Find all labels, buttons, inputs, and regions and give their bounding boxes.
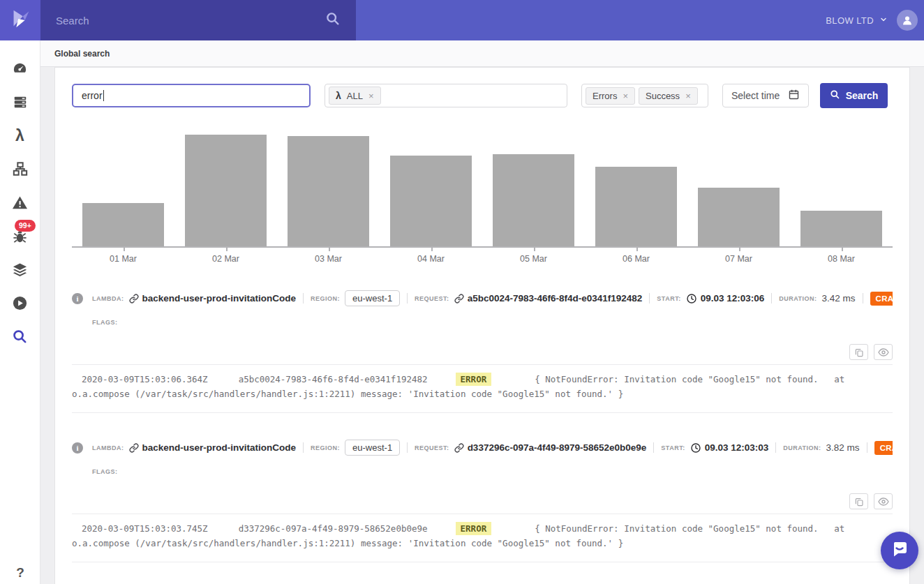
status-tag-label: Success (646, 91, 680, 101)
status-tag[interactable]: Success× (639, 87, 698, 105)
sidebar-item-dashboard[interactable] (12, 60, 29, 77)
request-id-link[interactable]: d337296c-097a-4f49-8979-58652e0b0e9e (468, 442, 647, 453)
log-message-continued: o.a.compose (/var/task/src/handlers/hand… (72, 536, 893, 551)
x-axis-tick-label: 01 Mar (72, 248, 174, 264)
info-icon[interactable]: i (72, 442, 83, 454)
histogram-bar-slot (687, 129, 790, 246)
sidebar-item-resources[interactable] (12, 93, 29, 110)
sidebar: λ 99+ ? (0, 40, 40, 584)
log-message-continued: o.a.compose (/var/task/src/handlers/hand… (72, 387, 893, 401)
region-tag: eu-west-1 (345, 440, 400, 456)
info-icon[interactable]: i (72, 293, 83, 304)
copy-button[interactable] (849, 344, 868, 360)
histogram-bar[interactable] (698, 188, 779, 246)
view-button[interactable] (874, 344, 893, 360)
view-button[interactable] (874, 493, 893, 509)
clock-icon (686, 293, 697, 304)
search-icon[interactable] (325, 11, 341, 29)
request-label: REQUEST: (415, 295, 449, 302)
histogram-bar[interactable] (800, 211, 881, 246)
calendar-icon (788, 89, 800, 103)
lambda-name-link[interactable]: backend-user-prod-invitationCode (142, 293, 297, 304)
org-switcher[interactable]: BLOW LTD (826, 15, 888, 26)
filter-row: error λ ALL × Errors×Success× Select tim… (72, 83, 893, 108)
histogram-bar-slot (585, 129, 687, 246)
start-label: START: (661, 444, 685, 451)
sidebar-item-stacks[interactable] (12, 261, 29, 278)
sidebar-item-lambda[interactable]: λ (12, 127, 29, 144)
histogram-bar[interactable] (390, 156, 471, 246)
log-actions (72, 344, 893, 360)
org-name: BLOW LTD (826, 15, 874, 26)
lambda-filter-tag[interactable]: λ ALL × (329, 87, 381, 105)
search-card: error λ ALL × Errors×Success× Select tim… (54, 67, 910, 584)
search-button-label: Search (846, 90, 879, 101)
remove-tag-icon[interactable]: × (623, 91, 628, 101)
chat-launcher[interactable] (881, 532, 918, 569)
link-icon (454, 443, 464, 453)
help-icon[interactable]: ? (0, 565, 40, 581)
sidebar-item-network-map[interactable] (12, 160, 29, 177)
histogram-bar[interactable] (595, 167, 676, 246)
x-axis-tick-label: 02 Mar (174, 248, 277, 264)
sidebar-item-global-search[interactable] (12, 328, 29, 345)
status-tag[interactable]: Errors× (586, 87, 635, 105)
link-icon (454, 294, 464, 304)
flags-row: FLAGS: (92, 315, 893, 327)
result-header: i LAMBDA: backend-user-prod-invitationCo… (72, 440, 893, 456)
start-label: START: (657, 295, 680, 302)
request-id-link[interactable]: a5bc0024-7983-46f6-8f4d-e0341f192482 (468, 293, 643, 304)
duration-label: DURATION: (783, 444, 821, 451)
clock-icon (690, 442, 701, 454)
search-button[interactable]: Search (820, 83, 888, 108)
results-list: i LAMBDA: backend-user-prod-invitationCo… (72, 264, 893, 584)
x-axis-tick-label: 05 Mar (482, 248, 585, 264)
page-title: Global search (54, 49, 110, 59)
log-level-badge: ERROR (456, 373, 492, 386)
status-badge: CRASH (870, 292, 893, 306)
divider (407, 293, 408, 304)
global-search-input[interactable]: Search (40, 0, 356, 40)
divider (775, 442, 776, 453)
text-caret (103, 90, 104, 101)
status-filter[interactable]: Errors×Success× (581, 84, 708, 107)
app-logo[interactable] (0, 0, 40, 40)
sidebar-item-alerts[interactable] (12, 194, 29, 211)
x-axis-tick-label: 03 Mar (277, 248, 380, 264)
flags-label: FLAGS: (92, 468, 118, 475)
lambda-filter[interactable]: λ ALL × (325, 84, 567, 107)
log-request-id: d337296c-097a-4f49-8979-58652e0b0e9e (239, 523, 428, 534)
user-avatar[interactable] (897, 10, 918, 31)
histogram-bar[interactable] (493, 154, 574, 246)
sidebar-item-live-tail[interactable] (12, 294, 29, 311)
histogram-bar-slot (790, 129, 893, 246)
topbar-right: BLOW LTD (356, 0, 924, 40)
histogram-bar[interactable] (82, 203, 163, 246)
log-message: { NotFoundError: Invitation code "Google… (535, 374, 844, 384)
x-axis-tick-label: 07 Mar (687, 248, 790, 264)
page-bar: Global search (40, 40, 924, 67)
time-select[interactable]: Select time (722, 84, 809, 107)
search-result-entry: i LAMBDA: backend-user-prod-invitationCo… (72, 264, 893, 413)
main-content: error λ ALL × Errors×Success× Select tim… (40, 67, 924, 584)
query-input[interactable]: error (72, 84, 311, 107)
dashbird-bird-icon (8, 7, 32, 33)
divider (863, 293, 863, 304)
top-bar: Search BLOW LTD (0, 0, 924, 40)
histogram-bar[interactable] (288, 136, 368, 246)
result-header: i LAMBDA: backend-user-prod-invitationCo… (72, 290, 893, 306)
remove-tag-icon[interactable]: × (368, 91, 374, 101)
copy-button[interactable] (849, 493, 868, 509)
search-button-icon (830, 89, 840, 102)
divider (303, 442, 304, 453)
histogram-bar[interactable] (185, 135, 266, 246)
histogram-bar-slot (277, 129, 380, 246)
log-actions (72, 493, 893, 509)
log-timestamp: 2020-03-09T15:03:03.745Z (82, 523, 208, 534)
link-icon (129, 443, 139, 453)
remove-tag-icon[interactable]: × (685, 91, 691, 101)
lambda-name-link[interactable]: backend-user-prod-invitationCode (142, 442, 297, 453)
log-request-id: a5bc0024-7983-46f6-8f4d-e0341f192482 (239, 374, 428, 384)
search-result-entry: i LAMBDA: backend-user-prod-invitationCo… (72, 413, 893, 562)
divider (649, 293, 650, 304)
